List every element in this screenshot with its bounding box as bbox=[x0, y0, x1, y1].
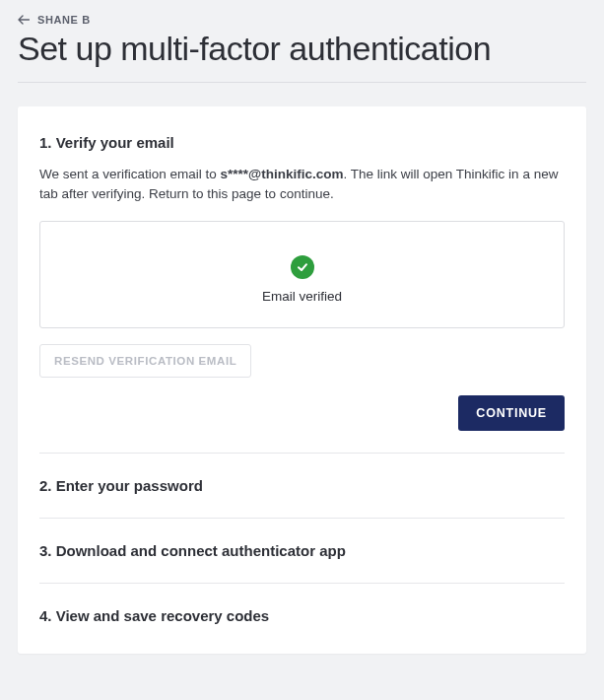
step-1-description: We sent a verification email to s****@th… bbox=[39, 165, 565, 203]
mfa-setup-page: SHANE B Set up multi-factor authenticati… bbox=[0, 0, 604, 671]
step-2: 2. Enter your password bbox=[39, 453, 565, 518]
email-verified-label: Email verified bbox=[262, 289, 342, 304]
setup-card: 1. Verify your email We sent a verificat… bbox=[18, 106, 586, 654]
step-4: 4. View and save recovery codes bbox=[39, 583, 565, 632]
step-2-title: 2. Enter your password bbox=[39, 477, 565, 494]
step-3-title: 3. Download and connect authenticator ap… bbox=[39, 542, 565, 559]
continue-button[interactable]: CONTINUE bbox=[458, 395, 565, 431]
arrow-left-icon bbox=[18, 15, 30, 25]
step-1-title: 1. Verify your email bbox=[39, 134, 565, 151]
step-3: 3. Download and connect authenticator ap… bbox=[39, 518, 565, 583]
email-verified-box: Email verified bbox=[39, 221, 565, 328]
check-circle-icon bbox=[291, 255, 314, 279]
step-4-title: 4. View and save recovery codes bbox=[39, 607, 565, 624]
page-title: Set up multi-factor authentication bbox=[18, 30, 586, 83]
resend-verification-button: RESEND VERIFICATION EMAIL bbox=[39, 344, 251, 378]
desc-prefix: We sent a verification email to bbox=[39, 167, 221, 181]
breadcrumb-label: SHANE B bbox=[37, 14, 91, 26]
masked-email: s****@thinkific.com bbox=[221, 167, 344, 181]
step-1: 1. Verify your email We sent a verificat… bbox=[39, 134, 565, 453]
breadcrumb-back[interactable]: SHANE B bbox=[18, 14, 586, 30]
continue-row: CONTINUE bbox=[39, 395, 565, 453]
